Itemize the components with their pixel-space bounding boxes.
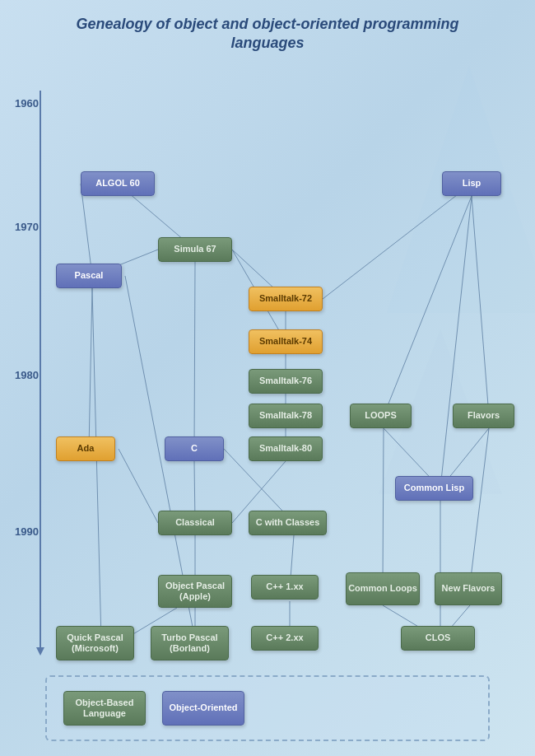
svg-line-14	[440, 196, 472, 488]
legend-box-green: Object-Based Language	[63, 691, 146, 726]
node-commonloops: Common Loops	[346, 572, 420, 605]
legend-box-blue: Object-Oriented	[162, 691, 244, 726]
node-cpp1xx: C++ 1.xx	[251, 575, 319, 600]
legend: Object-Based Language Object-Oriented	[45, 675, 490, 741]
node-c: C	[165, 436, 224, 461]
title: Genealogy of object and object-oriented …	[0, 0, 535, 62]
connections-svg	[0, 74, 535, 649]
node-ada: Ada	[56, 436, 115, 461]
node-pascal: Pascal	[56, 264, 122, 288]
svg-line-11	[323, 184, 472, 299]
svg-line-12	[384, 196, 472, 416]
node-algol60: ALGOL 60	[81, 171, 155, 196]
legend-item-green: Object-Based Language	[63, 691, 146, 726]
svg-line-5	[194, 262, 195, 449]
svg-line-20	[92, 288, 101, 640]
node-smalltalk72: Smalltalk-72	[249, 287, 323, 311]
node-simula67: Simula 67	[158, 237, 232, 262]
node-loops: LOOPS	[350, 404, 412, 428]
svg-line-3	[81, 184, 92, 276]
legend-item-blue: Object-Oriented	[162, 691, 244, 726]
svg-line-17	[470, 428, 489, 585]
node-newflavors: New Flavors	[435, 572, 502, 605]
node-clos: CLOS	[401, 626, 475, 651]
chart-area: 1960 1970 1980 1990	[0, 74, 535, 649]
node-turbopascal: Turbo Pascal (Borland)	[151, 626, 229, 660]
node-commonlisp: Common Lisp	[395, 476, 473, 501]
svg-line-33	[119, 449, 158, 523]
node-lisp: Lisp	[442, 171, 501, 196]
node-quickpascal: Quick Pascal (Microsoft)	[56, 626, 134, 660]
node-objectpascal: Object Pascal (Apple)	[158, 575, 232, 608]
node-smalltalk78: Smalltalk-78	[249, 404, 323, 428]
node-smalltalk74: Smalltalk-74	[249, 329, 323, 354]
svg-line-19	[89, 288, 92, 449]
node-cpp2xx: C++ 2.xx	[251, 626, 319, 651]
svg-line-18	[383, 428, 384, 585]
svg-line-13	[472, 196, 489, 416]
node-flavors: Flavors	[453, 404, 514, 428]
node-cwithclasses: C with Classes	[249, 511, 327, 535]
node-smalltalk80: Smalltalk-80	[249, 436, 323, 461]
node-smalltalk76: Smalltalk-76	[249, 369, 323, 394]
node-classical: Classical	[158, 511, 232, 535]
